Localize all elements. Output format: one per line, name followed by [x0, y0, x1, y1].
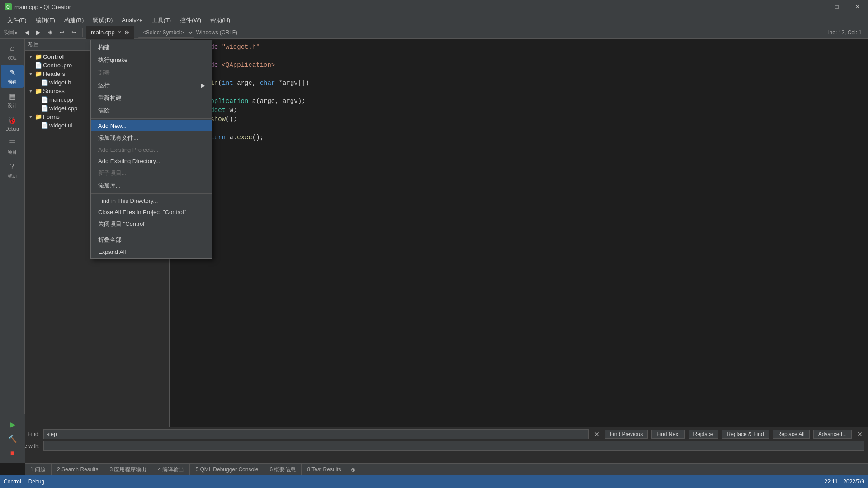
- run-button[interactable]: ▶: [5, 418, 21, 431]
- find-prev-button[interactable]: Find Previous: [605, 430, 648, 439]
- ctx-build-label: 构建: [98, 43, 110, 52]
- tab-qml-debugger[interactable]: 5 QML Debugger Console: [190, 464, 264, 475]
- tree-toggle-forms[interactable]: ▼: [28, 114, 35, 119]
- sidebar-label-welcome: 欢迎: [8, 55, 17, 61]
- tab-more[interactable]: ⊕: [347, 465, 359, 475]
- symbol-select[interactable]: <Select Symbol>: [138, 28, 194, 38]
- tab-compile-output[interactable]: 4 编译输出: [152, 464, 190, 475]
- tree-toggle-control[interactable]: ▼: [28, 54, 35, 59]
- tree-label-headers: Headers: [43, 70, 65, 77]
- stop-button[interactable]: ■: [5, 447, 21, 460]
- nav-back[interactable]: ◀: [22, 28, 32, 38]
- ctx-add-existing-projects: Add Existing Projects...: [91, 144, 212, 155]
- find-close-icon[interactable]: ✕: [592, 431, 601, 438]
- folder-icon-sources: 📁: [35, 88, 43, 94]
- find-next-button[interactable]: Find Next: [651, 430, 684, 439]
- toolbar-btn-1[interactable]: ⊕: [45, 28, 55, 38]
- sidebar-label-help: 帮助: [8, 173, 17, 179]
- status-right: 22:11 2022/7/9: [824, 479, 864, 485]
- toolbar-btn-2[interactable]: ↩: [57, 28, 67, 38]
- project-icon: ☰: [7, 138, 17, 148]
- ctx-run[interactable]: 运行 ▶: [91, 79, 212, 92]
- menu-controls[interactable]: 控件(W): [175, 15, 206, 26]
- welcome-icon: ⌂: [7, 43, 17, 53]
- tab-summary[interactable]: 6 概要信息: [264, 464, 302, 475]
- replace-find-button[interactable]: Replace & Find: [722, 430, 769, 439]
- ctx-close-all-files-label: Close All Files in Project "Control": [98, 209, 186, 216]
- ctx-find-dir-label: Find in This Directory...: [98, 197, 158, 204]
- code-line-10: 10: [170, 124, 868, 133]
- build-button[interactable]: 🔨: [5, 432, 21, 445]
- panel-title: 项目: [28, 41, 39, 48]
- file-tab[interactable]: main.cpp ✕ ⊕: [86, 26, 134, 39]
- menu-analyze[interactable]: Analyze: [117, 15, 147, 25]
- tab-search-results[interactable]: 2 Search Results: [52, 464, 104, 475]
- code-line-8: 8 Widget w;: [170, 106, 868, 115]
- tree-toggle-sources[interactable]: ▼: [28, 89, 35, 94]
- tab-problems[interactable]: 1 问题: [25, 464, 52, 475]
- code-line-5: 5 int main(int argc, char *argv[]): [170, 79, 868, 88]
- code-line-6: 6 {: [170, 88, 868, 97]
- tree-label-controlpro: Control.pro: [43, 62, 72, 69]
- menu-tools[interactable]: 工具(T): [147, 15, 176, 26]
- maximize-button[interactable]: □: [826, 0, 847, 14]
- file-tab-close[interactable]: ✕: [118, 29, 122, 35]
- advanced-button[interactable]: Advanced...: [813, 430, 852, 439]
- left-sidebar: ⌂ 欢迎 ✎ 编辑 ▦ 设计 🐞 Debug ☰ 项目 ? 帮助: [0, 39, 25, 441]
- sidebar-item-design[interactable]: ▦ 设计: [1, 89, 24, 112]
- tree-toggle-headers[interactable]: ▼: [28, 71, 35, 76]
- find-row: Find: ✕ Find Previous Find Next Replace …: [4, 429, 864, 439]
- ctx-add-existing-file[interactable]: 添加现有文件...: [91, 131, 212, 144]
- find-panel-close[interactable]: ✕: [855, 431, 864, 438]
- encoding-info: Windows (CRLF): [196, 29, 242, 36]
- ctx-qmake-label: 执行qmake: [98, 56, 127, 64]
- ctx-add-library[interactable]: 添加库...: [91, 179, 212, 192]
- menu-debug[interactable]: 调试(D): [88, 15, 117, 26]
- edit-icon: ✎: [7, 67, 17, 77]
- tab-test-results[interactable]: 8 Test Results: [302, 464, 347, 475]
- ctx-add-existing-dir[interactable]: Add Existing Directory...: [91, 155, 212, 167]
- replace-all-button[interactable]: Replace All: [773, 430, 810, 439]
- close-button[interactable]: ✕: [847, 0, 868, 14]
- bottom-tabs: 1 问题 2 Search Results 3 应用程序输出 4 编译输出 5 …: [25, 463, 868, 475]
- menu-edit[interactable]: 编辑(E): [31, 15, 60, 26]
- tree-label-widgetui: widget.ui: [49, 122, 72, 129]
- os-time: 22:11: [824, 479, 838, 485]
- ctx-rebuild[interactable]: 重新构建: [91, 92, 212, 104]
- sidebar-item-welcome[interactable]: ⌂ 欢迎: [1, 41, 24, 64]
- ctx-expand-all[interactable]: Expand All: [91, 246, 212, 258]
- status-mode: Debug: [28, 479, 44, 485]
- replace-button[interactable]: Replace: [689, 430, 718, 439]
- replace-input[interactable]: [43, 441, 864, 451]
- breadcrumb-separator: ▸: [15, 29, 18, 36]
- sidebar-item-project[interactable]: ☰ 项目: [1, 135, 24, 158]
- file-icon-widgeth: 📄: [41, 79, 49, 86]
- nav-forward[interactable]: ▶: [33, 28, 43, 38]
- tree-label-control: Control: [43, 53, 64, 60]
- sidebar-label-edit: 编辑: [8, 79, 17, 85]
- ctx-build[interactable]: 构建: [91, 41, 212, 54]
- menu-help[interactable]: 帮助(H): [206, 15, 235, 26]
- code-line-3: 3 #include <QApplication>: [170, 61, 868, 70]
- toolbar-btn-3[interactable]: ↪: [69, 28, 79, 38]
- folder-icon-headers: 📁: [35, 70, 43, 77]
- sidebar-item-help[interactable]: ? 帮助: [1, 159, 24, 182]
- code-line-2: 2: [170, 52, 868, 61]
- editor-area[interactable]: 1 #include "widget.h" 2 3 #include <QApp…: [170, 39, 868, 441]
- ctx-add-new[interactable]: Add New...: [91, 120, 212, 131]
- ctx-close-all-files[interactable]: Close All Files in Project "Control": [91, 206, 212, 218]
- minimize-button[interactable]: ─: [806, 0, 826, 14]
- ctx-qmake[interactable]: 执行qmake: [91, 54, 212, 66]
- find-input[interactable]: [43, 429, 589, 439]
- menu-build[interactable]: 构建(B): [60, 15, 88, 26]
- ctx-sep-1: [91, 118, 212, 119]
- sidebar-item-edit[interactable]: ✎ 编辑: [1, 65, 24, 88]
- sidebar-item-debug[interactable]: 🐞 Debug: [1, 113, 24, 134]
- ctx-collapse-all[interactable]: 折叠全部: [91, 234, 212, 246]
- menu-file[interactable]: 文件(F): [3, 15, 31, 26]
- ctx-find-dir[interactable]: Find in This Directory...: [91, 195, 212, 206]
- ctx-clean[interactable]: 清除: [91, 104, 212, 117]
- tab-app-output[interactable]: 3 应用程序输出: [104, 464, 152, 475]
- ctx-close-project[interactable]: 关闭项目 "Control": [91, 218, 212, 230]
- toolbar-sep-1: [82, 28, 83, 37]
